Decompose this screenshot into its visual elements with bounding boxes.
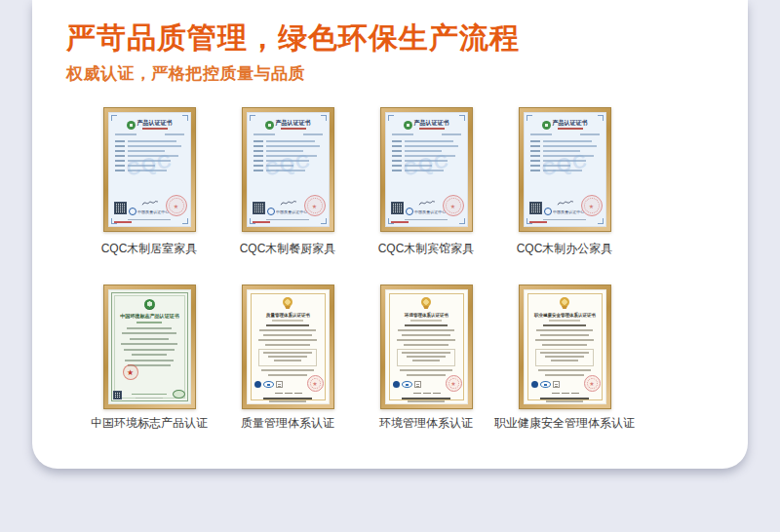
certificate-image-env-label: 中国环境标志产品认证证书 [103, 285, 196, 409]
doc-subtitle-line [281, 128, 306, 130]
cert-number-line [530, 133, 600, 135]
accreditation-logos [393, 381, 421, 388]
cert-caption: CQC木制餐厨家具 [240, 241, 336, 257]
cert-doc-title: 产品认证证书 [553, 120, 588, 126]
text-line [392, 150, 461, 152]
signature-line [413, 393, 441, 395]
doc-subtitle-line [142, 128, 168, 130]
certificate-paper: 质量管理体系认证证书 [247, 289, 330, 404]
red-seal-icon [307, 375, 324, 392]
red-star-seal-icon [123, 364, 138, 380]
footer-gray-line [128, 219, 171, 221]
text-line [540, 334, 589, 336]
text-line [404, 344, 448, 346]
text-line [274, 360, 301, 361]
cnas-logo-icon [402, 381, 412, 388]
text-line [127, 327, 172, 329]
company-name-line [266, 324, 309, 327]
text-line [530, 145, 600, 147]
red-seal-icon [584, 375, 601, 392]
cert-doc-title: 产品认证证书 [414, 120, 449, 126]
cert-caption: 质量管理体系认证 [241, 415, 334, 432]
text-line [115, 140, 184, 142]
certificate-paper: 环境管理体系认证证书 [385, 289, 468, 404]
red-seal-icon [304, 195, 326, 216]
red-seal-icon [166, 195, 187, 216]
cert-column-cqc-hotel: 产品认证证书 CQC [357, 107, 495, 257]
iaf-logo-icon [393, 381, 400, 388]
cert-column-cqc-living: 产品认证证书 CQC [80, 107, 218, 257]
text-line [122, 332, 176, 334]
footer-gray-line [266, 219, 309, 221]
text-line [545, 356, 584, 358]
footer-line [136, 398, 163, 399]
cert-doc-title: 产品认证证书 [137, 120, 173, 126]
text-line [392, 140, 461, 142]
certificates-grid: 产品认证证书 CQC [80, 107, 634, 432]
signature-icon [280, 200, 297, 207]
footer-gray-line [543, 219, 586, 221]
text-line [268, 356, 307, 358]
cert-header: 产品认证证书 [386, 120, 467, 130]
text-line [392, 145, 461, 147]
text-line [398, 329, 454, 331]
cert-column-env-label: 中国环境标志产品认证证书 [80, 285, 218, 432]
text-line [402, 334, 450, 336]
text-line [402, 352, 450, 354]
certificate-paper: 产品认证证书 CQC [108, 112, 191, 227]
text-line [551, 360, 578, 361]
doc-subtitle-line [549, 320, 580, 322]
decorative-border [114, 295, 185, 399]
certificate-paper: 中国环境标志产品认证证书 [108, 289, 191, 404]
cert-column-cqc-office: 产品认证证书 CQC [495, 107, 634, 257]
text-line [132, 354, 167, 356]
cert-caption: 环境管理体系认证 [379, 415, 473, 432]
footer-red-line [253, 221, 270, 223]
cert-column-cqc-dining: 产品认证证书 CQC [218, 107, 357, 257]
accreditation-logos [254, 381, 283, 388]
text-line [407, 374, 446, 376]
text-line [125, 360, 174, 361]
cert-caption: CQC木制宾馆家具 [378, 241, 475, 257]
doc-subtitle-line [136, 322, 162, 323]
certificate-image-cqc-living: 产品认证证书 CQC [103, 107, 196, 232]
text-line [259, 329, 316, 331]
footer-line [540, 398, 589, 399]
cert-caption: CQC木制办公家具 [517, 241, 613, 257]
cert-number-line [115, 133, 184, 135]
text-line [130, 338, 169, 340]
cqc-logo-icon [406, 208, 413, 215]
cqc-green-emblem-icon [404, 121, 412, 130]
cert-column-iso-quality: 质量管理体系认证证书 [218, 285, 357, 432]
cnas-logo-icon [540, 381, 551, 388]
qr-code-icon [253, 202, 265, 214]
text-line [263, 334, 312, 336]
red-seal-icon [443, 195, 464, 216]
footer-line [263, 398, 312, 399]
cert-number-line [254, 133, 323, 135]
issuer-name: 中国质量认证中心 [276, 209, 307, 214]
certificate-image-iso-ohs: 职业健康安全管理体系认证证书 [519, 285, 611, 409]
scope-box [535, 349, 594, 366]
certificate-paper: 职业健康安全管理体系认证证书 [524, 289, 606, 404]
doc-subtitle-line [419, 128, 445, 130]
text-line [400, 369, 452, 371]
text-line [530, 140, 600, 142]
issuer-name: 中国质量认证中心 [553, 209, 584, 214]
text-line [124, 349, 175, 351]
text-line [115, 150, 184, 152]
footer-red-line [529, 221, 547, 223]
text-line [542, 344, 587, 346]
cqc-logo-icon [544, 208, 552, 215]
certificate-paper: 产品认证证书 CQC [385, 112, 468, 227]
cnas-logo-icon [263, 381, 274, 388]
cert-doc-title: 中国环境标志产品认证证书 [112, 313, 186, 319]
company-name-line [405, 324, 448, 327]
text-line [121, 343, 177, 345]
text-line [412, 360, 440, 361]
red-seal-icon [581, 195, 603, 216]
cqc-green-emblem-icon [542, 121, 551, 130]
gold-medal-icon [560, 297, 569, 307]
footer-line [269, 400, 306, 402]
cert-number-line [392, 133, 461, 135]
